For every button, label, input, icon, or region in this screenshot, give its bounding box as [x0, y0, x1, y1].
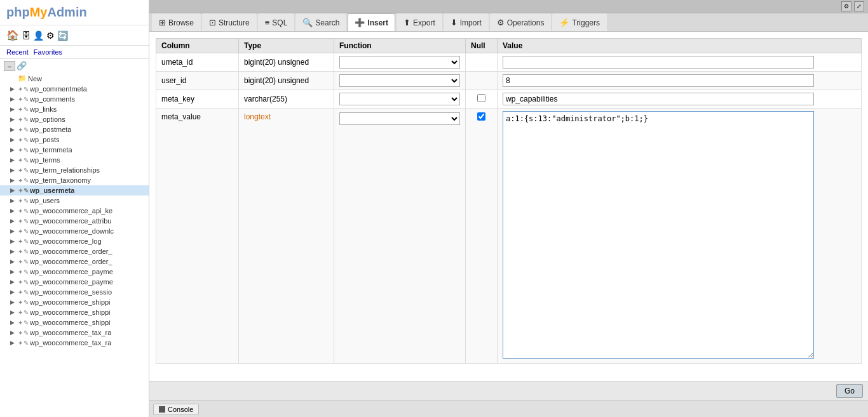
tab-import[interactable]: ⬇ Import [444, 13, 489, 31]
function-cell-meta-key: AES_DECRYPTAES_ENCRYPTBINBIT_COUNTCHARCO… [334, 90, 466, 109]
title-bar: ⚙ ⤢ [149, 0, 868, 13]
column-name-user-id: user_id [156, 72, 239, 90]
edit-icon: ✎ [24, 279, 29, 286]
sidebar-item-wp-links[interactable]: ▶ ✦ ✎ wp_links [0, 104, 149, 114]
edit-icon: ✎ [24, 197, 29, 204]
refresh-icon[interactable]: 🔄 [57, 30, 68, 41]
value-input-user-id[interactable] [503, 74, 814, 87]
edit-icon: ✎ [24, 86, 29, 93]
sidebar-item-wp-woocommerce-tax-ra-2[interactable]: ▶ ✦ ✎ wp_woocommerce_tax_ra [0, 338, 149, 348]
sidebar-item-wp-woocommerce-sessio[interactable]: ▶ ✦ ✎ wp_woocommerce_sessio [0, 287, 149, 297]
value-textarea-meta-value[interactable]: a:1:{s:13:"administrator";b:1;} [503, 111, 814, 359]
tab-search[interactable]: 🔍 Search [295, 13, 346, 31]
go-button[interactable]: Go [836, 384, 863, 398]
sidebar-item-wp-termmeta[interactable]: ▶ ✦ ✎ wp_termmeta [0, 145, 149, 155]
tab-browse[interactable]: ⊞ Browse [152, 13, 201, 31]
sidebar-item-wp-terms[interactable]: ▶ ✦ ✎ wp_terms [0, 155, 149, 165]
sidebar-item-wp-woocommerce-order-1[interactable]: ▶ ✦ ✎ wp_woocommerce_order_ [0, 246, 149, 256]
tab-export[interactable]: ⬆ Export [397, 13, 442, 31]
sidebar-item-wp-term-taxonomy[interactable]: ▶ ✦ ✎ wp_term_taxonomy [0, 175, 149, 185]
sidebar-item-wp-postmeta[interactable]: ▶ ✦ ✎ wp_postmeta [0, 124, 149, 135]
main-tabs: ⊞ Browse ⊡ Structure ≡ SQL 🔍 Search ➕ In… [149, 13, 868, 32]
db-icon[interactable]: 🗄 [22, 30, 31, 41]
table-icon: ✦ [18, 126, 23, 133]
tab-structure-label: Structure [219, 18, 250, 27]
value-input-meta-key[interactable] [503, 93, 814, 105]
tab-sql[interactable]: ≡ SQL [258, 13, 295, 31]
sidebar-item-wp-commentmeta[interactable]: ▶ ✦ ✎ wp_commentmeta [0, 84, 149, 94]
favorites-link[interactable]: Favorites [34, 48, 62, 56]
sidebar-item-new[interactable]: 📁 New [0, 73, 149, 84]
table-icon: ✦ [18, 258, 23, 265]
table-icon: ✦ [18, 96, 23, 103]
sidebar-item-wp-users[interactable]: ▶ ✦ ✎ wp_users [0, 195, 149, 206]
sidebar-item-wp-term-relationships[interactable]: ▶ ✦ ✎ wp_term_relationships [0, 165, 149, 175]
operations-icon: ⚙ [497, 18, 505, 27]
value-cell-meta-value: a:1:{s:13:"administrator";b:1;} [498, 109, 862, 364]
table-icon: ✦ [18, 106, 23, 113]
bottombar: Console [149, 400, 868, 417]
export-icon: ⬆ [403, 18, 410, 27]
function-select-meta-value[interactable]: AES_DECRYPTAES_ENCRYPTBINBIT_COUNTCHARCO… [339, 112, 460, 125]
tab-structure[interactable]: ⊡ Structure [202, 13, 257, 31]
tab-sql-label: SQL [272, 18, 287, 27]
sidebar-item-wp-woocommerce-api-ke[interactable]: ▶ ✦ ✎ wp_woocommerce_api_ke [0, 206, 149, 216]
edit-icon: ✎ [24, 319, 29, 326]
sidebar-item-wp-comments[interactable]: ▶ ✦ ✎ wp_comments [0, 94, 149, 104]
null-cell-user-id [466, 72, 498, 90]
table-icon: ✦ [18, 136, 23, 143]
function-select-meta-key[interactable]: AES_DECRYPTAES_ENCRYPTBINBIT_COUNTCHARCO… [339, 93, 460, 105]
collapse-all-button[interactable]: – [4, 61, 15, 71]
settings-window-icon[interactable]: ⚙ [841, 1, 851, 11]
tab-insert[interactable]: ➕ Insert [348, 13, 395, 31]
sidebar-item-wp-woocommerce-shippi-2[interactable]: ▶ ✦ ✎ wp_woocommerce_shippi [0, 307, 149, 317]
null-checkbox-meta-value[interactable] [477, 112, 485, 121]
sidebar-item-wp-woocommerce-shippi-3[interactable]: ▶ ✦ ✎ wp_woocommerce_shippi [0, 317, 149, 328]
sidebar-item-wp-woocommerce-log[interactable]: ▶ ✦ ✎ wp_woocommerce_log [0, 236, 149, 246]
tab-operations[interactable]: ⚙ Operations [490, 13, 552, 31]
window-controls: ⚙ ⤢ [841, 1, 864, 11]
sidebar-item-wp-options[interactable]: ▶ ✦ ✎ wp_options [0, 114, 149, 124]
sidebar-item-wp-woocommerce-order-2[interactable]: ▶ ✦ ✎ wp_woocommerce_order_ [0, 256, 149, 267]
table-icon: ✦ [18, 157, 23, 164]
value-cell-user-id [498, 72, 862, 90]
table-icon: ✦ [18, 197, 23, 204]
function-cell-umeta-id: AES_DECRYPTAES_ENCRYPTBINBIT_COUNTCHARCO… [334, 53, 466, 72]
table-icon: ✦ [18, 309, 23, 316]
table-icon: ✦ [18, 268, 23, 275]
settings-icon[interactable]: ⚙ [46, 30, 55, 41]
table-icon: ✦ [18, 167, 23, 174]
sidebar-item-wp-usermeta[interactable]: ▶ ✦ ✎ wp_usermeta [0, 185, 149, 195]
home-icon[interactable]: 🏠 [6, 29, 19, 41]
recent-link[interactable]: Recent [6, 48, 29, 56]
value-cell-meta-key [498, 90, 862, 109]
function-select-umeta-id[interactable]: AES_DECRYPTAES_ENCRYPTBINBIT_COUNTCHARCO… [339, 56, 460, 69]
sidebar-item-wp-woocommerce-attribu[interactable]: ▶ ✦ ✎ wp_woocommerce_attribu [0, 216, 149, 226]
structure-icon: ⊡ [209, 18, 216, 27]
edit-icon: ✎ [24, 329, 29, 336]
edit-icon: ✎ [24, 177, 29, 184]
function-select-user-id[interactable]: AES_DECRYPTAES_ENCRYPTBINBIT_COUNTCHARCO… [339, 74, 460, 87]
insert-icon: ➕ [355, 18, 365, 27]
edit-icon: ✎ [24, 218, 29, 225]
console-button[interactable]: Console [153, 404, 199, 415]
maximize-icon[interactable]: ⤢ [854, 1, 864, 11]
sidebar-item-wp-woocommerce-payme-1[interactable]: ▶ ✦ ✎ wp_woocommerce_payme [0, 267, 149, 277]
sidebar-item-wp-posts[interactable]: ▶ ✦ ✎ wp_posts [0, 135, 149, 145]
sidebar-item-wp-woocommerce-tax-ra-1[interactable]: ▶ ✦ ✎ wp_woocommerce_tax_ra [0, 328, 149, 338]
edit-icon: ✎ [24, 187, 29, 194]
user-icon[interactable]: 👤 [33, 30, 44, 41]
null-checkbox-meta-key[interactable] [477, 94, 485, 102]
main-content: ⚙ ⤢ ⊞ Browse ⊡ Structure ≡ SQL 🔍 Search [149, 0, 868, 417]
sidebar-icons-row: 🏠 🗄 👤 ⚙ 🔄 [0, 25, 149, 46]
edit-icon: ✎ [24, 238, 29, 245]
tab-triggers[interactable]: ⚡ Triggers [552, 13, 607, 31]
sidebar-item-wp-woocommerce-downlc[interactable]: ▶ ✦ ✎ wp_woocommerce_downlc [0, 226, 149, 236]
table-row: user_id bigint(20) unsigned AES_DECRYPTA… [156, 72, 862, 90]
edit-icon: ✎ [24, 106, 29, 113]
value-input-umeta-id[interactable] [503, 56, 814, 69]
sidebar-item-wp-woocommerce-shippi-1[interactable]: ▶ ✦ ✎ wp_woocommerce_shippi [0, 297, 149, 307]
edit-icon: ✎ [24, 147, 29, 154]
sidebar-item-wp-woocommerce-payme-2[interactable]: ▶ ✦ ✎ wp_woocommerce_payme [0, 277, 149, 287]
tab-browse-label: Browse [168, 18, 194, 27]
